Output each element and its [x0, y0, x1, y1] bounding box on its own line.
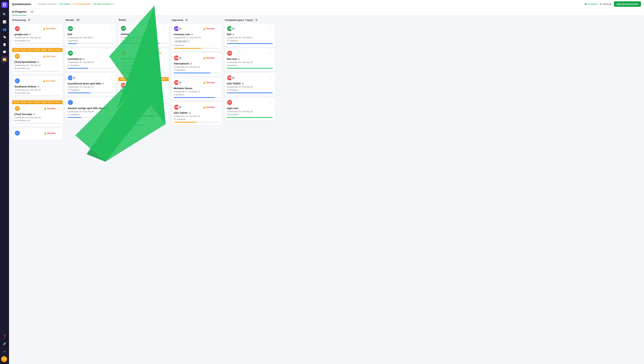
- card-menu[interactable]: ⋮: [163, 84, 167, 87]
- sidebar-questionnaire[interactable]: ⏩: [1, 56, 8, 63]
- sidebar-help[interactable]: ❓: [1, 333, 8, 340]
- card-questions: 6 questions: [227, 64, 273, 66]
- card-badge-area: ⋮: [269, 76, 273, 80]
- card-menu[interactable]: ⋮: [269, 27, 273, 30]
- card[interactable]: TEST TEST TEST TEST TEST TEST TEST TESTC…: [12, 100, 63, 126]
- avatar: CD: [15, 26, 20, 32]
- card[interactable]: DB+2🔔 Overdue⋮ USA TODAY ⊞ Created Apr 1…: [171, 102, 222, 125]
- sidebar-chart[interactable]: 📊: [1, 18, 8, 25]
- card-menu[interactable]: ⋮: [110, 76, 114, 80]
- card-menu[interactable]: ⋮: [163, 27, 167, 30]
- due-soon-badge: 🔔 Due Soon: [43, 28, 56, 30]
- gear-icon[interactable]: ⚙: [112, 3, 114, 6]
- column-cards-completed: LB+2⋮ Dell ⊞ Created Apr 26 • Due May 11…: [224, 23, 275, 361]
- card-menu[interactable]: ⋮: [57, 79, 60, 83]
- card-menu[interactable]: ⋮: [216, 27, 220, 30]
- column-cards-started: LB⋮ Dell Created Apr 26 • Due May 15 que…: [65, 23, 116, 361]
- avatar: CJ: [15, 54, 20, 59]
- card[interactable]: CD⋮ fam.com ⊞ Created Apr 25 • Due Apr 3…: [224, 48, 275, 71]
- avatar: CJ: [15, 106, 20, 111]
- tab-in-progress[interactable]: In Progress: [12, 8, 27, 16]
- card-menu[interactable]: ⋮: [216, 56, 220, 60]
- card-menu[interactable]: ⋮: [163, 51, 167, 55]
- svg-rect-3: [5, 5, 6, 6]
- card-menu[interactable]: ⋮: [269, 76, 273, 80]
- sidebar-filter[interactable]: ⇄: [1, 348, 8, 354]
- card-menu[interactable]: ⋮: [216, 81, 220, 84]
- card[interactable]: LB+2⋮ Dell ⊞ Created Apr 26 • Due May 11…: [224, 23, 275, 46]
- progress-bar: [174, 48, 220, 49]
- card-menu[interactable]: ⋮: [57, 132, 60, 135]
- card-title: conveyor.com ⊞: [174, 33, 220, 36]
- progress-fill: [68, 92, 91, 93]
- progress-bar: [68, 68, 114, 69]
- card-menu[interactable]: ⋮: [110, 27, 114, 30]
- grid-icon: ⊞: [191, 33, 193, 36]
- card[interactable]: CJ🔔 Due Soon⋮ Dolby One ⊞ Created Apr 25…: [118, 48, 169, 76]
- card-menu[interactable]: ⋮: [57, 54, 60, 58]
- card[interactable]: L+1⋮ SoundCloud demo april 25th ⊞ Create…: [65, 72, 116, 96]
- card[interactable]: L⋮ Amazon sectigo april 25th demo ⊞ Crea…: [65, 97, 116, 120]
- card[interactable]: SV+1🔔 Overdue⋮ conveyor.com ⊞ Created Fe…: [171, 23, 222, 51]
- card-menu[interactable]: ⋮: [269, 52, 273, 55]
- card-meta: Created Apr 10 • Due Apr 15: [174, 115, 220, 117]
- card-menu[interactable]: ⋮: [216, 106, 220, 109]
- value-tag: Value: $35,000 USD ↗: [121, 64, 145, 68]
- column-approved: Approved 8 SV+1🔔 Overdue⋮ conveyor.com ⊞…: [171, 18, 222, 361]
- progress-fill: [227, 43, 273, 44]
- card[interactable]: DB+2⋮ USA TODAY ⊞ Created Apr 24 • Due A…: [224, 72, 275, 96]
- card-title: mgm.com: [227, 107, 273, 110]
- add-questionnaire-button[interactable]: Add Questionnaire: [614, 1, 641, 7]
- card-menu[interactable]: ⋮: [163, 108, 167, 112]
- card[interactable]: DB+1🔔 Overdue⋮ American Medical Associat…: [118, 105, 169, 128]
- past-answers-badge: ✓ 33 Past Answers: [91, 3, 112, 6]
- card[interactable]: DB+2🔔 Overdue⋮ AlternativeTo ⊞ Created A…: [171, 53, 222, 76]
- card-meta: Created Apr 23 • Due Apr 26: [15, 116, 60, 119]
- avatar-stack: CD: [15, 26, 20, 32]
- card-header: SV+1🔔 Overdue⋮: [174, 26, 220, 32]
- ai-dot: [585, 4, 586, 5]
- card[interactable]: TEST TEST TEST TEST TEST TEST TEST TESTD…: [118, 77, 169, 103]
- sidebar-search[interactable]: 🔍: [1, 11, 8, 18]
- grid-icon: ⊞: [102, 82, 104, 85]
- card-meta: Created Apr 17 • Due Apr 22: [174, 90, 220, 93]
- sidebar-chat[interactable]: 💬: [1, 48, 8, 55]
- card-menu[interactable]: ⋮: [269, 101, 273, 104]
- card-meta: Created Apr 24 • Due Apr 29: [15, 64, 60, 66]
- avatar-extra: +2: [231, 26, 235, 31]
- ai-status[interactable]: AI Status: [585, 3, 597, 6]
- card-title: USA TODAY ⊞: [174, 112, 220, 114]
- card[interactable]: DB+1🔔 Overdue⋮ Michaels Stores Created A…: [171, 77, 222, 100]
- sidebar-tag[interactable]: 🏷️: [1, 34, 8, 40]
- card-header: L+1⋮: [68, 75, 114, 81]
- card-title: Dell ⊞: [227, 33, 273, 36]
- card-badge-area: 🔔 Due Soon⋮: [43, 79, 60, 83]
- app-logo[interactable]: [2, 2, 8, 8]
- grid-icon: ⊞: [106, 107, 108, 110]
- card-menu[interactable]: ⋮: [110, 101, 114, 104]
- settings-button[interactable]: ⚙ Settings: [599, 3, 612, 6]
- avatar-stack: CD: [227, 100, 232, 105]
- card[interactable]: CD🔔 Due Soon⋮ google.com ⊞ Created Apr 2…: [12, 23, 63, 46]
- card[interactable]: LB⋮ Dell Created Apr 26 • Due May 15 que…: [65, 23, 116, 46]
- card-meta: Created Apr 19 • Due Apr 24: [121, 93, 167, 96]
- sidebar-user-avatar[interactable]: CJ: [1, 356, 7, 362]
- avatar-stack: LB: [121, 26, 126, 31]
- sidebar-list[interactable]: 📋: [1, 41, 8, 48]
- card[interactable]: LB⋮ Customer.io ⊞ Created Apr 25 • Due A…: [65, 48, 116, 71]
- card[interactable]: L🔔 Overdue⋮: [12, 128, 63, 140]
- card[interactable]: L🔔 Due Soon⋮ Southwest Airlines ⊞ Create…: [12, 76, 63, 99]
- card[interactable]: CD⋮ mgm.com Created Apr 24 • Due Apr 291…: [224, 97, 275, 120]
- card[interactable]: TEST TEST TEST TEST TEST TEST TEST TESTC…: [12, 48, 63, 74]
- progress-bar: [227, 117, 273, 118]
- card-menu[interactable]: ⋮: [110, 52, 114, 55]
- svg-rect-0: [3, 4, 4, 5]
- card[interactable]: LB⋮ Amtrak Created Apr 26 • Due May 117 …: [118, 23, 169, 46]
- card-menu[interactable]: ⋮: [57, 107, 60, 110]
- sidebar-rocket[interactable]: 🚀: [1, 340, 8, 347]
- sidebar-users[interactable]: 👥: [1, 26, 8, 33]
- card-menu[interactable]: ⋮: [57, 27, 60, 30]
- tab-all[interactable]: All: [30, 8, 33, 16]
- avatar-extra: +1: [72, 76, 76, 80]
- card-questions: No questions yet: [15, 67, 60, 70]
